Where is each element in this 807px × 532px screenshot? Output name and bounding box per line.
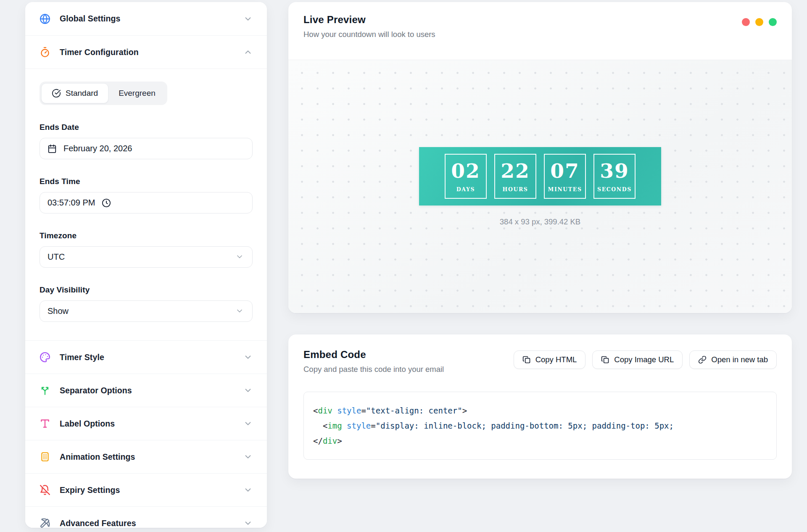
ends-time-value: 03:57:09 PM	[47, 198, 95, 208]
timer-unit-hours: 22 HOURS	[494, 154, 536, 199]
timer-minutes-value: 07	[550, 161, 579, 181]
timer-hours-label: HOURS	[502, 186, 528, 192]
timer-minutes-label: MINUTES	[548, 186, 582, 192]
traffic-dot-green	[769, 18, 777, 26]
day-visibility-select[interactable]: Show	[40, 300, 253, 322]
embed-code-card: Embed Code Copy and paste this code into…	[288, 334, 792, 479]
mode-tab-standard[interactable]: Standard	[41, 83, 108, 103]
sidebar-item-separator-options[interactable]: Separator Options	[25, 374, 267, 407]
ends-date-label: Ends Date	[40, 123, 253, 132]
chevron-down-icon	[243, 14, 253, 24]
copy-image-url-label: Copy Image URL	[614, 355, 674, 364]
timer-days-label: DAYS	[456, 186, 475, 192]
sidebar-item-timer-configuration[interactable]: Timer Configuration	[25, 35, 267, 68]
type-icon	[40, 418, 50, 429]
timer-unit-seconds: 39 SECONDS	[593, 154, 636, 199]
copy-icon	[601, 356, 609, 364]
open-in-new-tab-label: Open in new tab	[711, 355, 768, 364]
pickaxe-icon	[40, 518, 50, 528]
ends-time-input[interactable]: 03:57:09 PM	[40, 192, 253, 213]
link-icon	[698, 356, 707, 364]
day-visibility-value: Show	[47, 306, 69, 316]
copy-icon	[522, 356, 531, 364]
traffic-dot-red	[742, 18, 750, 26]
sidebar-item-label: Advanced Features	[60, 519, 234, 528]
bell-off-icon	[40, 485, 50, 495]
sidebar-item-label: Animation Settings	[60, 452, 234, 462]
globe-icon	[40, 13, 50, 24]
sidebar-item-animation-settings[interactable]: Animation Settings	[25, 440, 267, 473]
sidebar-item-advanced-features[interactable]: Advanced Features	[25, 506, 267, 528]
sidebar-item-expiry-settings[interactable]: Expiry Settings	[25, 473, 267, 506]
embed-actions: Copy HTML Copy Image URL Open in new tab	[514, 350, 777, 369]
chevron-down-icon	[243, 419, 253, 428]
day-visibility-label: Day Visibility	[40, 285, 253, 295]
chevron-down-icon	[243, 452, 253, 461]
timezone-label: Timezone	[40, 231, 253, 240]
sidebar-item-label: Separator Options	[60, 386, 234, 395]
timer-configuration-panel: Standard Evergreen Ends Date February 20…	[25, 68, 267, 340]
copy-image-url-button[interactable]: Copy Image URL	[592, 350, 683, 369]
stopwatch-icon	[40, 47, 50, 58]
chevron-down-icon	[243, 353, 253, 362]
sidebar-item-label: Timer Style	[60, 353, 234, 362]
timezone-value: UTC	[47, 252, 65, 262]
copy-html-label: Copy HTML	[535, 355, 577, 364]
check-circle-icon	[52, 89, 61, 98]
ends-date-input[interactable]: February 20, 2026	[40, 138, 253, 159]
embed-code-subtitle: Copy and paste this code into your email	[303, 365, 444, 374]
timer-seconds-value: 39	[600, 161, 629, 181]
chevron-down-icon	[235, 307, 245, 316]
calendar-icon	[47, 144, 57, 153]
sidebar-item-label: Global Settings	[60, 14, 234, 24]
countdown-timer-preview: 02 DAYS 22 HOURS 07 MINUTES 39 SECONDS	[419, 147, 661, 205]
live-preview-subtitle: How your countdown will look to users	[303, 30, 435, 39]
traffic-lights	[742, 18, 777, 26]
live-preview-header: Live Preview How your countdown will loo…	[288, 2, 792, 60]
embed-code-title: Embed Code	[303, 349, 444, 361]
copy-html-button[interactable]: Copy HTML	[514, 350, 586, 369]
ends-date-value: February 20, 2026	[63, 144, 132, 153]
sidebar-item-label: Expiry Settings	[60, 485, 234, 495]
chevron-up-icon	[243, 47, 253, 57]
dot-grid-icon	[40, 451, 50, 462]
embed-code-snippet: <div style="text-align: center"> <img st…	[313, 403, 767, 448]
mode-tab-evergreen[interactable]: Evergreen	[108, 83, 166, 103]
live-preview-title: Live Preview	[303, 14, 435, 26]
split-arrows-icon	[40, 385, 50, 396]
sidebar-item-global-settings[interactable]: Global Settings	[25, 2, 267, 35]
timezone-select[interactable]: UTC	[40, 246, 253, 268]
timer-seconds-label: SECONDS	[597, 186, 632, 192]
timer-hours-value: 22	[501, 161, 530, 181]
settings-sidebar: Global Settings Timer Configuration Stan…	[25, 2, 267, 528]
mode-tab-label: Standard	[66, 89, 98, 98]
sidebar-item-label: Timer Configuration	[60, 47, 234, 57]
sidebar-item-label: Label Options	[60, 419, 234, 429]
embed-code-block: <div style="text-align: center"> <img st…	[303, 392, 777, 460]
open-in-new-tab-button[interactable]: Open in new tab	[689, 350, 777, 369]
sidebar-item-label-options[interactable]: Label Options	[25, 407, 267, 440]
timer-days-value: 02	[451, 161, 480, 181]
chevron-down-icon	[243, 386, 253, 395]
timer-unit-days: 02 DAYS	[445, 154, 487, 199]
preview-stage: 02 DAYS 22 HOURS 07 MINUTES 39 SECONDS 3…	[288, 60, 792, 313]
clock-icon	[102, 198, 111, 208]
traffic-dot-yellow	[755, 18, 763, 26]
palette-icon	[40, 352, 50, 363]
ends-time-label: Ends Time	[40, 177, 253, 186]
chevron-down-icon	[243, 519, 253, 528]
mode-tab-label: Evergreen	[119, 89, 156, 98]
timer-mode-toggle: Standard Evergreen	[40, 82, 167, 105]
chevron-down-icon	[243, 485, 253, 495]
chevron-down-icon	[235, 253, 245, 262]
timer-unit-minutes: 07 MINUTES	[544, 154, 586, 199]
live-preview-card: Live Preview How your countdown will loo…	[288, 2, 792, 313]
sidebar-item-timer-style[interactable]: Timer Style	[25, 340, 267, 374]
image-dimensions-text: 384 x 93 px, 399.42 KB	[500, 217, 580, 226]
